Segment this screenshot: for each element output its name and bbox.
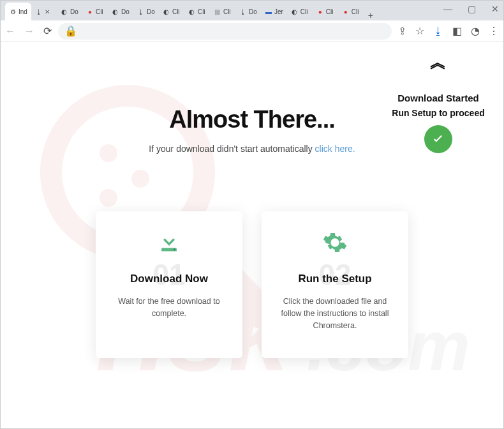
tab[interactable]: ●Cli — [313, 3, 338, 20]
card-title: Run the Setup — [273, 273, 397, 285]
tab[interactable]: ⭳Do — [133, 3, 159, 20]
tab-label: Do — [147, 8, 155, 15]
card-setup: 02 Run the Setup Click the downloaded fi… — [262, 211, 408, 358]
tab[interactable]: ▬Jer — [261, 3, 287, 20]
run-setup-text: Run Setup to proceed — [390, 107, 486, 119]
spinner-icon: ◐ — [291, 8, 299, 15]
profile-icon[interactable]: ◔ — [471, 25, 480, 37]
download-status-panel: ︽ Download Started Run Setup to proceed — [390, 51, 486, 153]
tab-label: Do — [70, 8, 78, 15]
tab-label: Ind — [19, 8, 27, 15]
browser-toolbar: ← → ⟳ 🔒 ⇪ ☆ ⭳ ◧ ◔ ⋮ — [0, 20, 504, 42]
tab[interactable]: ◐Cli — [184, 3, 210, 20]
tab-close-icon[interactable]: ✕ — [45, 8, 50, 15]
window-close-icon[interactable]: ✕ — [491, 4, 499, 14]
lock-icon: 🔒 — [64, 25, 77, 37]
window-maximize-icon[interactable]: ▢ — [468, 4, 476, 14]
red-dot-icon: ● — [342, 8, 350, 15]
tab-label: Do — [249, 8, 257, 15]
red-dot-icon: ● — [316, 8, 324, 15]
gray-icon: ▦ — [214, 8, 221, 15]
back-icon[interactable]: ← — [5, 26, 15, 37]
gear-icon — [273, 228, 397, 257]
tab-label: Jer — [274, 8, 283, 15]
spinner-icon: ◐ — [112, 8, 119, 15]
check-badge-icon — [424, 125, 452, 153]
downloads-icon[interactable]: ⭳ — [433, 26, 443, 37]
tab-label: Do — [121, 8, 130, 15]
new-tab-button[interactable]: + — [364, 10, 378, 20]
card-title: Download Now — [107, 273, 231, 285]
red-dot-icon: ● — [86, 8, 94, 15]
card-body: Click the downloaded file and follow the… — [273, 296, 397, 331]
tab-label: Cli — [223, 8, 231, 15]
tab[interactable]: ◐Cli — [159, 3, 184, 20]
tab[interactable]: ◐Do — [108, 3, 133, 20]
chevron-up-icon: ︽ — [390, 51, 486, 73]
tab-active[interactable]: ⚙ Ind — [5, 3, 31, 20]
tab-label: Cli — [198, 8, 205, 15]
page-content: ︽ Download Started Run Setup to proceed … — [0, 42, 504, 358]
subtitle-text: If your download didn't start automatica… — [149, 144, 315, 154]
share-icon[interactable]: ⇪ — [398, 25, 406, 37]
tab-label: Cli — [326, 8, 334, 15]
menu-icon[interactable]: ⋮ — [489, 25, 499, 37]
download-icon: ⭳ — [239, 8, 247, 15]
download-icon: ⭳ — [35, 8, 43, 15]
tab-label: Cli — [300, 8, 308, 15]
tab[interactable]: ⭳Do — [235, 3, 261, 20]
card-download: 01 Download Now Wait for the free downlo… — [96, 211, 242, 358]
download-icon: ⭳ — [137, 8, 145, 15]
tab[interactable]: ●Cli — [338, 3, 364, 20]
tab[interactable]: ⭳ ✕ — [31, 3, 57, 20]
window-controls: — ▢ ✕ — [443, 4, 499, 14]
tab[interactable]: ◐Do — [57, 3, 82, 20]
click-here-link[interactable]: click here. — [315, 144, 355, 154]
blue-icon: ▬ — [265, 8, 272, 15]
reload-icon[interactable]: ⟳ — [43, 25, 52, 37]
spinner-icon: ◐ — [188, 8, 196, 15]
download-started-text: Download Started — [390, 93, 486, 103]
svg-point-8 — [174, 249, 175, 251]
spinner-icon: ◐ — [61, 8, 68, 15]
tab[interactable]: ●Cli — [82, 3, 108, 20]
tab[interactable]: ◐Cli — [287, 3, 313, 20]
tab-label: Cli — [352, 8, 359, 15]
star-icon[interactable]: ☆ — [415, 25, 424, 37]
gear-icon: ⚙ — [9, 8, 17, 15]
download-arrow-icon — [107, 228, 231, 257]
forward-icon[interactable]: → — [24, 26, 34, 37]
card-body: Wait for the free download to complete. — [107, 296, 231, 320]
spinner-icon: ◐ — [163, 8, 170, 15]
window-minimize-icon[interactable]: — — [443, 4, 452, 14]
tab-strip: ⚙ Ind ⭳ ✕ ◐Do ●Cli ◐Do ⭳Do ◐Cli ◐Cli ▦Cl… — [0, 0, 504, 20]
extensions-icon[interactable]: ◧ — [452, 25, 462, 37]
cards-row: 01 Download Now Wait for the free downlo… — [26, 211, 478, 358]
address-bar[interactable]: 🔒 — [58, 23, 392, 40]
tab[interactable]: ▦Cli — [210, 3, 235, 20]
tab-label: Cli — [96, 8, 103, 15]
tab-label: Cli — [172, 8, 180, 15]
